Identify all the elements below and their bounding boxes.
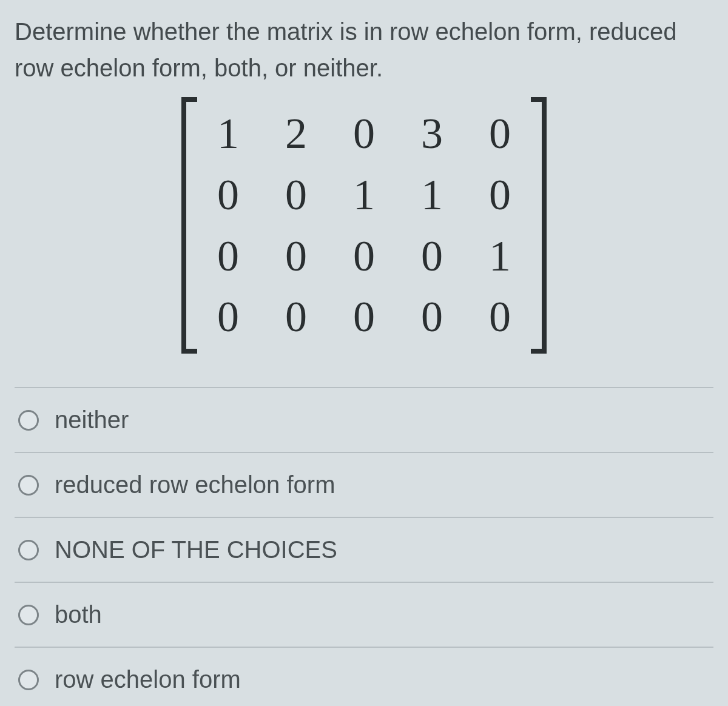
question-text: Determine whether the matrix is in row e… xyxy=(15,13,713,86)
matrix-rows: 1 2 0 3 0 0 0 1 1 0 0 0 0 0 xyxy=(197,97,531,354)
radio-icon xyxy=(18,605,39,625)
option-neither[interactable]: neither xyxy=(15,388,713,453)
option-both[interactable]: both xyxy=(15,583,713,648)
matrix-cell: 0 xyxy=(212,286,244,348)
matrix-cell: 0 xyxy=(280,286,312,348)
matrix-left-bracket xyxy=(181,97,197,354)
matrix-cell: 0 xyxy=(484,286,516,348)
matrix-cell: 0 xyxy=(416,286,448,348)
option-none-of-the-choices[interactable]: NONE OF THE CHOICES xyxy=(15,518,713,583)
matrix-row: 0 0 1 1 0 xyxy=(212,164,516,226)
matrix-cell: 0 xyxy=(348,226,380,287)
option-label: NONE OF THE CHOICES xyxy=(55,536,337,563)
matrix-cell: 0 xyxy=(212,164,244,226)
option-reduced-row-echelon-form[interactable]: reduced row echelon form xyxy=(15,453,713,518)
option-label: both xyxy=(55,601,102,628)
matrix-row: 0 0 0 0 1 xyxy=(212,226,516,287)
radio-icon xyxy=(18,475,39,496)
radio-icon xyxy=(18,410,39,431)
option-label: row echelon form xyxy=(55,666,241,693)
matrix-cell: 1 xyxy=(484,226,516,287)
matrix-cell: 3 xyxy=(416,103,448,164)
matrix-cell: 1 xyxy=(212,103,244,164)
radio-icon xyxy=(18,670,39,690)
option-label: reduced row echelon form xyxy=(55,471,335,499)
matrix-cell: 0 xyxy=(416,226,448,287)
radio-icon xyxy=(18,540,39,560)
matrix-cell: 1 xyxy=(416,164,448,226)
matrix-cell: 0 xyxy=(280,226,312,287)
matrix-cell: 0 xyxy=(348,286,380,348)
matrix-cell: 0 xyxy=(280,164,312,226)
matrix-row: 0 0 0 0 0 xyxy=(212,286,516,348)
matrix-cell: 2 xyxy=(280,103,312,164)
option-label: neither xyxy=(55,406,129,434)
matrix: 1 2 0 3 0 0 0 1 1 0 0 0 0 0 xyxy=(15,97,713,354)
option-row-echelon-form[interactable]: row echelon form xyxy=(15,648,713,706)
question-container: Determine whether the matrix is in row e… xyxy=(0,0,728,706)
matrix-cell: 0 xyxy=(484,164,516,226)
matrix-cell: 0 xyxy=(484,103,516,164)
matrix-right-bracket xyxy=(531,97,547,354)
matrix-cell: 0 xyxy=(348,103,380,164)
matrix-cell: 0 xyxy=(212,226,244,287)
matrix-row: 1 2 0 3 0 xyxy=(212,103,516,164)
matrix-cell: 1 xyxy=(348,164,380,226)
options-list: neither reduced row echelon form NONE OF… xyxy=(15,387,713,706)
